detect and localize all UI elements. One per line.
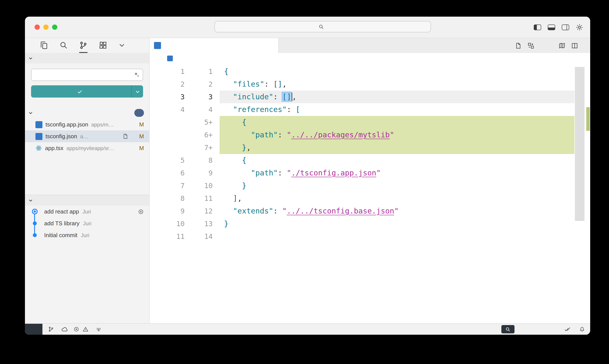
commit-message: Initial commit bbox=[44, 232, 78, 238]
code-line[interactable]: 1114 bbox=[150, 230, 590, 243]
file-path: apps/myviteapp/sr… bbox=[66, 145, 114, 151]
settings-gear-icon[interactable] bbox=[576, 23, 583, 31]
source-control-graph-header[interactable] bbox=[25, 195, 149, 206]
commit-dropdown-button[interactable] bbox=[132, 85, 143, 98]
code-line[interactable]: 11{ bbox=[150, 65, 590, 78]
commit-author: Juri bbox=[82, 208, 91, 215]
toggle-panel-button[interactable] bbox=[548, 24, 555, 30]
code-line[interactable]: 1013} bbox=[150, 217, 590, 230]
commit-author: Juri bbox=[81, 232, 90, 238]
maximize-window-button[interactable] bbox=[52, 25, 57, 30]
code-line[interactable]: 22 "files": [], bbox=[150, 78, 590, 91]
code-line[interactable]: 44 "references": [ bbox=[150, 103, 590, 116]
modified-line-number: 4 bbox=[185, 103, 213, 116]
code-text: } bbox=[213, 179, 590, 192]
code-line[interactable]: 7+ }, bbox=[150, 141, 590, 154]
toggle-secondary-sidebar-button[interactable] bbox=[562, 24, 569, 30]
code-line[interactable]: 5+ { bbox=[150, 116, 590, 129]
commit-row[interactable]: add react appJuri bbox=[25, 206, 149, 217]
original-line-number: 4 bbox=[150, 103, 185, 116]
scm-file-row[interactable]: tsconfig.jsona…M bbox=[25, 130, 149, 142]
ports-indicator[interactable] bbox=[96, 326, 103, 332]
code-line[interactable]: 6+ "path": "../../packages/mytslib" bbox=[150, 129, 590, 141]
commit-dot-column bbox=[25, 221, 44, 225]
minimize-window-button[interactable] bbox=[43, 25, 49, 30]
tab-tsconfig-working-tree[interactable] bbox=[150, 38, 279, 53]
title-bar[interactable] bbox=[25, 17, 590, 38]
remote-indicator[interactable] bbox=[25, 324, 42, 335]
original-line-number: 11 bbox=[150, 230, 185, 243]
double-check-icon bbox=[564, 326, 570, 332]
sidebar: tsconfig.app.jsonapps/m…Mtsconfig.jsona…… bbox=[25, 38, 150, 323]
activity-extensions[interactable] bbox=[99, 38, 107, 53]
close-window-button[interactable] bbox=[35, 25, 40, 30]
code-text: } bbox=[213, 217, 590, 230]
cloud-icon bbox=[61, 326, 68, 333]
check-icon bbox=[77, 89, 83, 94]
original-line-number: 6 bbox=[150, 167, 185, 179]
scm-file-row[interactable]: tsconfig.app.jsonapps/m…M bbox=[25, 118, 149, 130]
commit-button[interactable] bbox=[31, 85, 131, 98]
file-path: apps/m… bbox=[91, 121, 114, 128]
chevron-down-icon bbox=[28, 56, 33, 60]
commit-target-icon[interactable] bbox=[138, 208, 144, 215]
tab-bar bbox=[150, 38, 590, 53]
problems-indicator[interactable] bbox=[74, 326, 90, 332]
formatter-indicator[interactable] bbox=[564, 326, 572, 332]
chevron-down-icon bbox=[118, 42, 125, 48]
bell-icon bbox=[579, 326, 585, 332]
commit-message-input[interactable] bbox=[31, 69, 143, 81]
file-row-right: M bbox=[137, 145, 144, 151]
code-line[interactable]: 710 } bbox=[150, 179, 590, 192]
code-line[interactable]: 811 ], bbox=[150, 192, 590, 205]
commit-split-button bbox=[31, 85, 143, 98]
zoom-indicator[interactable] bbox=[501, 325, 515, 333]
status-bar bbox=[25, 323, 590, 335]
commit-author: Juri bbox=[83, 220, 91, 226]
changes-section-header[interactable] bbox=[25, 107, 149, 118]
sync-changes-button[interactable] bbox=[61, 326, 68, 333]
code-text: "extends": "../../tsconfig.base.json" bbox=[213, 205, 590, 217]
commit-graph-list: add react appJuriadd TS libraryJuriIniti… bbox=[25, 206, 149, 241]
typescript-icon bbox=[154, 42, 161, 49]
react-icon bbox=[35, 145, 42, 151]
vscode-window: tsconfig.app.jsonapps/m…Mtsconfig.jsona…… bbox=[25, 17, 590, 335]
sparkle-icon[interactable] bbox=[134, 72, 140, 78]
activity-explorer[interactable] bbox=[40, 38, 48, 53]
code-line[interactable]: 912 "extends": "../../tsconfig.base.json… bbox=[150, 205, 590, 217]
code-line[interactable]: 69 "path": "./tsconfig.app.json" bbox=[150, 167, 590, 179]
original-line-number: 9 bbox=[150, 205, 185, 217]
commit-row[interactable]: add TS libraryJuri bbox=[25, 217, 149, 229]
code-line[interactable]: 33 "include": [], bbox=[150, 91, 590, 103]
open-changes-icon[interactable] bbox=[528, 42, 534, 49]
radio-tower-icon bbox=[96, 326, 102, 332]
open-file-icon[interactable] bbox=[515, 42, 521, 49]
branch-icon bbox=[48, 326, 54, 332]
activity-source-control[interactable] bbox=[79, 38, 88, 53]
source-control-section-header[interactable] bbox=[25, 53, 149, 64]
code-rows: 11{22 "files": [],33 "include": [],44 "r… bbox=[150, 65, 590, 243]
modified-line-number: 2 bbox=[185, 78, 213, 91]
search-command-center[interactable] bbox=[214, 21, 431, 32]
commit-message-box bbox=[31, 69, 143, 81]
file-row-right: M bbox=[120, 133, 144, 140]
chevron-down-icon bbox=[28, 111, 33, 115]
notifications-bell[interactable] bbox=[579, 326, 585, 332]
branch-indicator[interactable] bbox=[48, 326, 56, 332]
commit-row[interactable]: Initial commitJuri bbox=[25, 229, 149, 241]
file-name: tsconfig.app.json bbox=[46, 121, 88, 128]
scm-file-row[interactable]: app.tsxapps/myviteapp/sr…M bbox=[25, 142, 149, 154]
file-name: tsconfig.json bbox=[46, 133, 77, 140]
split-editor-icon[interactable] bbox=[571, 42, 578, 49]
toggle-primary-sidebar-button[interactable] bbox=[534, 24, 541, 30]
editor-pane[interactable]: 11{22 "files": [],33 "include": [],44 "r… bbox=[150, 64, 590, 323]
activity-more-views[interactable] bbox=[118, 38, 125, 53]
map-icon[interactable] bbox=[559, 42, 565, 49]
modified-badge: M bbox=[139, 133, 144, 140]
desktop: tsconfig.app.jsonapps/m…Mtsconfig.jsona…… bbox=[0, 0, 609, 364]
code-text: "include": [], bbox=[213, 91, 590, 103]
code-line[interactable]: 58 { bbox=[150, 154, 590, 167]
file-name: app.tsx bbox=[45, 145, 64, 151]
activity-search[interactable] bbox=[60, 38, 68, 53]
open-file-icon[interactable] bbox=[122, 133, 128, 139]
